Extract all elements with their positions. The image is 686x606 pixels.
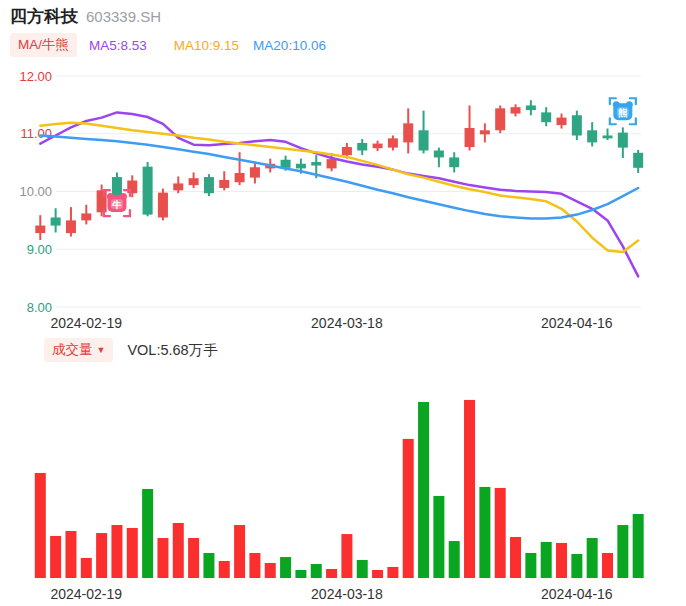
- candle: [250, 163, 260, 183]
- volume-bar: [357, 560, 368, 578]
- volume-bar: [556, 543, 567, 578]
- svg-text:牛: 牛: [111, 199, 122, 210]
- candle: [419, 111, 429, 154]
- volume-value: VOL:5.68万手: [127, 341, 217, 360]
- candle: [35, 215, 45, 240]
- volume-bar: [127, 528, 138, 578]
- x-axis-label: 2024-04-16: [541, 586, 613, 602]
- candle: [388, 135, 398, 150]
- volume-bar: [35, 473, 46, 578]
- candle: [173, 176, 183, 193]
- x-axis-label: 2024-02-19: [50, 586, 122, 602]
- x-axis-label: 2024-02-19: [50, 315, 122, 331]
- ma5-value: MA5:8.53: [89, 38, 147, 53]
- candle: [618, 127, 628, 158]
- y-axis-label: 10.00: [19, 184, 52, 199]
- volume-bar: [50, 536, 61, 578]
- volume-bar: [479, 487, 490, 578]
- volume-bar: [525, 553, 536, 578]
- volume-bar: [326, 569, 337, 578]
- volume-bar: [203, 553, 214, 578]
- stock-name: 四方科技: [10, 5, 78, 28]
- volume-bar: [96, 533, 107, 578]
- candle: [557, 114, 567, 129]
- candle: [572, 111, 582, 140]
- volume-bar: [173, 523, 184, 578]
- stock-chart-app: 四方科技 603339.SH MA/牛熊 MA5:8.53 MA10:9.15 …: [0, 0, 686, 606]
- candle: [465, 105, 475, 150]
- volume-bar: [65, 531, 76, 578]
- x-axis-label: 2024-03-18: [311, 315, 383, 331]
- volume-bar: [219, 561, 230, 578]
- y-axis-label: 12.00: [19, 69, 52, 84]
- volume-bar: [449, 541, 460, 578]
- x-axis-label: 2024-03-18: [311, 586, 383, 602]
- candle: [480, 123, 490, 142]
- volume-bar: [602, 553, 613, 578]
- page-title: 四方科技 603339.SH: [10, 5, 161, 28]
- candle: [51, 208, 61, 232]
- chevron-down-icon: ▼: [97, 346, 106, 355]
- candle: [357, 139, 367, 155]
- ma-mode-badge[interactable]: MA/牛熊: [10, 33, 77, 57]
- volume-bar: [587, 538, 598, 578]
- volume-bar: [341, 534, 352, 578]
- candle: [81, 205, 91, 225]
- volume-bar: [372, 570, 383, 578]
- candle: [204, 174, 214, 196]
- volume-bar: [510, 537, 521, 578]
- candle: [434, 148, 444, 168]
- candle: [219, 171, 229, 190]
- candle: [511, 104, 521, 116]
- bear-marker-icon[interactable]: 熊: [610, 98, 636, 124]
- candle: [143, 162, 153, 216]
- volume-bar: [265, 563, 276, 578]
- volume-bar: [464, 400, 475, 578]
- volume-bar: [403, 439, 414, 578]
- stock-code: 603339.SH: [86, 8, 161, 25]
- candle: [449, 152, 459, 172]
- volume-bar: [249, 553, 260, 578]
- candle: [373, 141, 383, 151]
- volume-bar: [295, 570, 306, 578]
- volume-indicator-badge[interactable]: 成交量 ▼: [44, 338, 113, 362]
- volume-bar: [617, 525, 628, 578]
- volume-bar: [188, 538, 199, 578]
- volume-bar: [433, 496, 444, 578]
- volume-bar: [111, 525, 122, 578]
- candle: [158, 189, 168, 221]
- y-axis-label: 8.00: [27, 300, 52, 315]
- candle: [541, 107, 551, 126]
- volume-bar: [157, 538, 168, 578]
- volume-bar: [541, 542, 552, 578]
- volume-bar: [571, 554, 582, 578]
- volume-bar: [311, 564, 322, 578]
- candle: [127, 175, 137, 197]
- candle: [603, 129, 613, 141]
- volume-bar: [495, 488, 506, 578]
- main-candlestick-chart[interactable]: 12.0011.0010.009.008.00牛熊2024-02-192024-…: [0, 60, 686, 336]
- candle: [403, 108, 413, 153]
- candle: [495, 105, 505, 133]
- candle: [526, 100, 536, 115]
- svg-text:熊: 熊: [618, 107, 628, 118]
- volume-bar: [633, 514, 644, 578]
- volume-badge-label: 成交量: [52, 341, 93, 359]
- volume-bar: [418, 402, 429, 578]
- indicator-legend: MA/牛熊 MA5:8.53 MA10:9.15 MA20:10.06: [10, 33, 326, 57]
- volume-bar-chart[interactable]: 2024-02-192024-03-182024-04-16: [0, 366, 686, 606]
- candle: [587, 122, 597, 146]
- volume-bar: [142, 489, 153, 578]
- candle: [235, 152, 245, 185]
- volume-bar: [387, 567, 398, 578]
- ma-line-ma20: [40, 136, 638, 219]
- volume-bar: [234, 525, 245, 578]
- candle: [66, 207, 76, 236]
- candle: [189, 172, 199, 188]
- volume-bar: [280, 557, 291, 578]
- ma20-value: MA20:10.06: [253, 38, 326, 53]
- x-axis-label: 2024-04-16: [541, 315, 613, 331]
- volume-header: 成交量 ▼ VOL:5.68万手: [44, 338, 218, 362]
- candle: [633, 150, 643, 173]
- y-axis-label: 9.00: [27, 242, 52, 257]
